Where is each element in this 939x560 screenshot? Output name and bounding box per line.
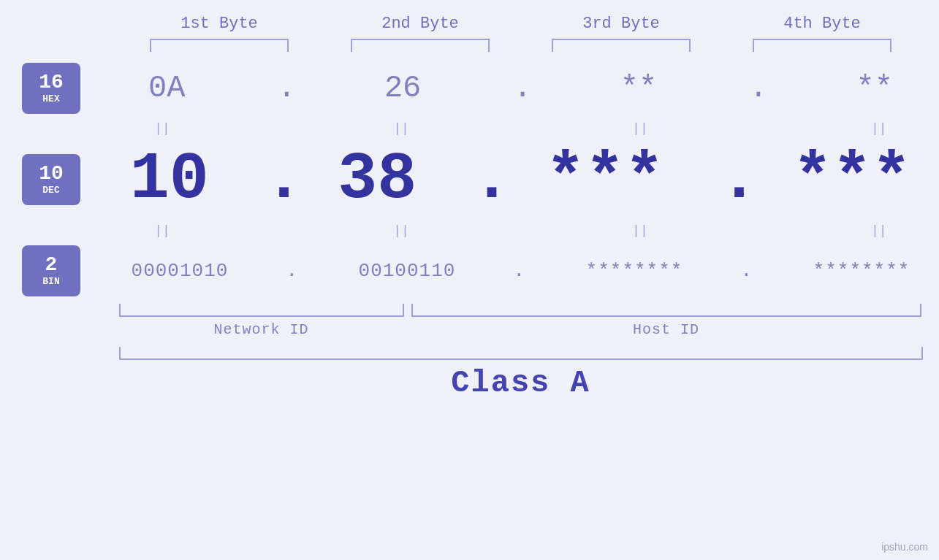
bracket-byte-3 — [552, 39, 691, 52]
host-bracket — [411, 304, 921, 317]
bracket-byte-1 — [150, 39, 289, 52]
big-bottom-bracket — [119, 347, 923, 360]
bin-dot-3: . — [741, 260, 756, 282]
dec-val-4: *** — [793, 142, 911, 217]
bin-badge-number: 2 — [45, 254, 58, 277]
sep-3: || — [632, 121, 648, 136]
bin-values: 00001010 . 00100110 . ******** . *******… — [102, 260, 939, 282]
class-label: Class A — [119, 366, 923, 401]
sep-2: || — [393, 121, 409, 136]
dec-val-1: 10 — [130, 142, 209, 217]
host-id-label: Host ID — [411, 321, 921, 338]
bin-dot-2: . — [513, 260, 528, 282]
bin-dot-1: . — [286, 260, 300, 282]
dec-val-2: 38 — [338, 142, 417, 217]
hex-val-3: ** — [620, 71, 657, 106]
dec-bin-separator: || || || || — [102, 223, 939, 238]
hex-val-2: 26 — [384, 71, 421, 106]
network-bracket — [119, 304, 404, 317]
hex-badge-label: HEX — [42, 94, 59, 104]
bottom-brackets-row — [119, 304, 923, 317]
hex-values: 0A . 26 . ** . ** — [102, 71, 939, 106]
byte-label-4: 4th Byte — [742, 15, 902, 33]
dec-values: 10 . 38 . *** . *** — [102, 142, 939, 217]
hex-val-1: 0A — [148, 71, 185, 106]
bin-val-2: 00100110 — [359, 260, 456, 282]
dec-badge-number: 10 — [39, 163, 64, 185]
sep2-4: || — [871, 223, 887, 238]
hex-badge: 16 HEX — [22, 63, 80, 114]
sep2-3: || — [632, 223, 648, 238]
bottom-labels-row: Network ID Host ID — [119, 321, 923, 338]
dec-badge-label: DEC — [42, 185, 59, 196]
hex-dot-3: . — [749, 71, 764, 106]
bin-val-1: 00001010 — [132, 260, 229, 282]
dec-dot-1: . — [265, 142, 283, 217]
sep-4: || — [871, 121, 887, 136]
hex-dot-2: . — [514, 71, 528, 106]
bracket-byte-2 — [351, 39, 490, 52]
hex-badge-col: 16 HEX — [0, 63, 102, 114]
hex-val-4: ** — [856, 71, 892, 106]
network-id-label: Network ID — [119, 321, 404, 338]
bin-badge-label: BIN — [42, 277, 59, 287]
hex-dot-1: . — [278, 71, 292, 106]
main-container: 1st Byte 2nd Byte 3rd Byte 4th Byte 16 H… — [0, 0, 939, 560]
dec-dot-2: . — [472, 142, 490, 217]
bin-badge: 2 BIN — [22, 245, 80, 296]
dec-badge: 10 DEC — [22, 154, 80, 205]
watermark: ipshu.com — [881, 541, 928, 553]
byte-label-1: 1st Byte — [139, 15, 300, 33]
dec-val-3: *** — [546, 142, 664, 217]
hex-badge-number: 16 — [39, 72, 64, 94]
dec-badge-col: 10 DEC — [0, 154, 102, 205]
bin-badge-col: 2 BIN — [0, 245, 102, 296]
sep-1: || — [154, 121, 170, 136]
hex-dec-separator: || || || || — [102, 121, 939, 136]
sep2-1: || — [154, 223, 170, 238]
bracket-byte-4 — [753, 39, 892, 52]
sep2-2: || — [393, 223, 409, 238]
byte-label-2: 2nd Byte — [340, 15, 501, 33]
dec-dot-3: . — [719, 142, 737, 217]
byte-label-3: 3rd Byte — [541, 15, 702, 33]
bin-val-3: ******** — [586, 260, 683, 282]
bin-val-4: ******** — [813, 260, 911, 282]
